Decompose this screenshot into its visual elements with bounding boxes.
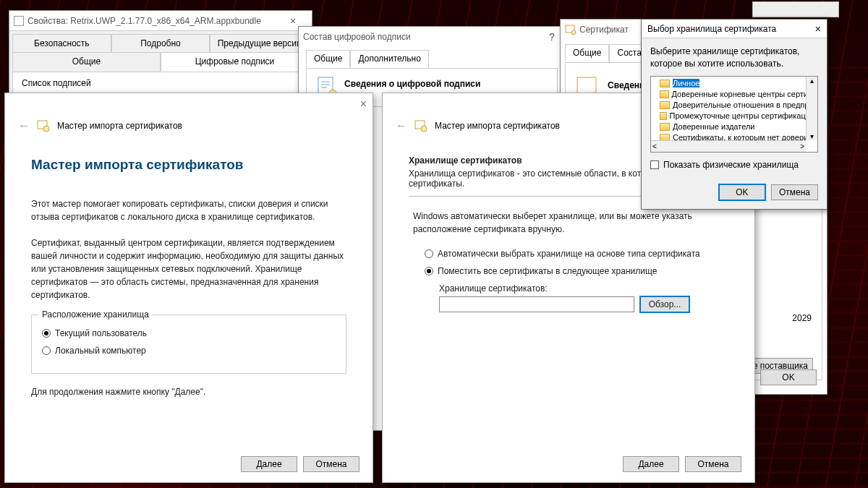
properties-tabs-row2: Общие Цифровые подписи [12, 52, 309, 72]
checkbox-icon [650, 160, 659, 169]
tab-general[interactable]: Общие [12, 52, 161, 72]
wizard1-paragraph-1: Этот мастер помогает копировать сертифик… [31, 197, 346, 223]
radio-auto-select[interactable]: Автоматически выбрать хранилище на основ… [425, 249, 728, 259]
taskbar-fragment [752, 1, 839, 17]
folder-icon [660, 80, 670, 87]
tab-security[interactable]: Безопасность [12, 34, 111, 52]
certificate-icon [565, 24, 576, 35]
store-selector-dialog: Выбор хранилища сертификата × Выберите х… [641, 19, 827, 210]
import-wizard-welcome: × ← Мастер импорта сертификатов Мастер и… [4, 93, 373, 483]
folder-icon [660, 123, 670, 131]
properties-tabs-row1: Безопасность Подробно Предыдущие версии [12, 34, 309, 52]
sig-heading: Сведения о цифровой подписи [344, 76, 480, 89]
sig-tab-advanced[interactable]: Дополнительно [350, 50, 428, 68]
show-physical-checkbox[interactable]: Показать физические хранилища [650, 160, 818, 170]
cert-heading: Сведени [608, 76, 644, 90]
selector-prompt: Выберите хранилище сертификатов, которое… [650, 46, 818, 70]
tab-previous-versions[interactable]: Предыдущие версии [210, 34, 309, 52]
sig-title: Состав цифровой подписи [303, 32, 411, 42]
scroll-right-icon[interactable]: > [800, 142, 804, 150]
radio-icon [42, 346, 51, 355]
wizard2-breadcrumb: Мастер импорта сертификатов [435, 121, 560, 131]
radio-icon [42, 329, 51, 338]
back-arrow-icon[interactable]: ← [396, 119, 407, 132]
tree-item-enterprise-trust[interactable]: Доверительные отношения в предпри [657, 100, 817, 111]
certificate-icon [37, 119, 50, 132]
properties-titlebar[interactable]: Свойства: Retrix.UWP_2.1.77.0_x86_x64_AR… [9, 11, 312, 31]
back-arrow-icon[interactable]: ← [18, 119, 30, 132]
wizard1-breadcrumb: Мастер импорта сертификатов [57, 121, 182, 131]
wizard1-paragraph-2: Сертификат, выданный центром сертификаци… [31, 236, 346, 301]
svg-point-3 [571, 30, 576, 35]
svg-point-9 [421, 126, 427, 132]
tree-item-trusted-root[interactable]: Доверенные корневые центры сертиф [657, 89, 817, 100]
file-icon [14, 16, 24, 26]
wizard2-paragraph: Windows автоматически выберет хранилище,… [413, 210, 728, 236]
horizontal-scrollbar[interactable]: <> [651, 140, 806, 152]
wizard1-hint: Для продолжения нажмите кнопку "Далее". [31, 385, 346, 398]
radio-local-computer[interactable]: Локальный компьютер [42, 346, 336, 356]
next-button[interactable]: Далее [623, 456, 679, 472]
tree-item-intermediate-ca[interactable]: Промежуточные центры сертификации [657, 111, 817, 121]
tree-item-personal[interactable]: Личное [657, 78, 817, 89]
ok-button[interactable]: OK [719, 184, 765, 200]
close-icon[interactable]: × [278, 15, 307, 27]
folder-icon [660, 90, 669, 98]
tab-digital-signatures[interactable]: Цифровые подписи [161, 52, 309, 72]
browse-button[interactable]: Обзор... [640, 296, 689, 312]
cancel-button[interactable]: Отмена [685, 456, 741, 472]
store-tree[interactable]: Личное Доверенные корневые центры сертиф… [650, 76, 818, 153]
radio-icon [425, 249, 433, 258]
sig-titlebar[interactable]: Состав цифровой подписи ? [299, 27, 565, 47]
cert-valid-year: 2029 [792, 313, 812, 323]
store-path-input[interactable] [439, 296, 634, 312]
selector-title: Выбор хранилища сертификата [647, 24, 776, 34]
svg-point-7 [43, 126, 49, 132]
radio-current-user[interactable]: Текущий пользователь [42, 328, 336, 338]
cancel-button[interactable]: Отмена [771, 184, 818, 200]
vertical-scrollbar[interactable]: ▴▾ [806, 77, 817, 140]
signatures-list-label: Список подписей [13, 72, 308, 91]
folder-icon [660, 101, 670, 109]
help-icon[interactable]: ? [543, 31, 561, 43]
tab-details[interactable]: Подробно [111, 34, 210, 52]
tree-item-trusted-publishers[interactable]: Доверенные издатели [657, 121, 817, 132]
folder-icon [660, 112, 667, 120]
scroll-up-icon[interactable]: ▴ [810, 77, 814, 85]
certificate-icon [414, 119, 427, 132]
radio-place-all[interactable]: Поместить все сертификаты в следующее хр… [425, 266, 728, 276]
scroll-left-icon[interactable]: < [652, 142, 657, 150]
next-button[interactable]: Далее [241, 456, 297, 472]
selector-titlebar[interactable]: Выбор хранилища сертификата × [642, 20, 827, 38]
wizard1-heading: Мастер импорта сертификатов [31, 157, 346, 173]
close-icon[interactable]: × [815, 23, 821, 35]
sig-tab-general[interactable]: Общие [306, 50, 350, 68]
close-icon[interactable]: × [360, 98, 367, 111]
cert-title: Сертификат [579, 25, 629, 35]
cert-tab-general[interactable]: Общие [565, 44, 609, 62]
store-field-label: Хранилище сертификатов: [439, 283, 728, 294]
properties-title: Свойства: Retrix.UWP_2.1.77.0_x86_x64_AR… [27, 16, 261, 26]
store-location-legend: Расположение хранилища [39, 309, 152, 320]
cancel-button[interactable]: Отмена [303, 456, 359, 472]
cert-ok-button[interactable]: OK [760, 369, 817, 385]
scroll-down-icon[interactable]: ▾ [810, 132, 814, 140]
store-location-group: Расположение хранилища Текущий пользоват… [31, 314, 346, 374]
radio-icon [425, 267, 433, 275]
